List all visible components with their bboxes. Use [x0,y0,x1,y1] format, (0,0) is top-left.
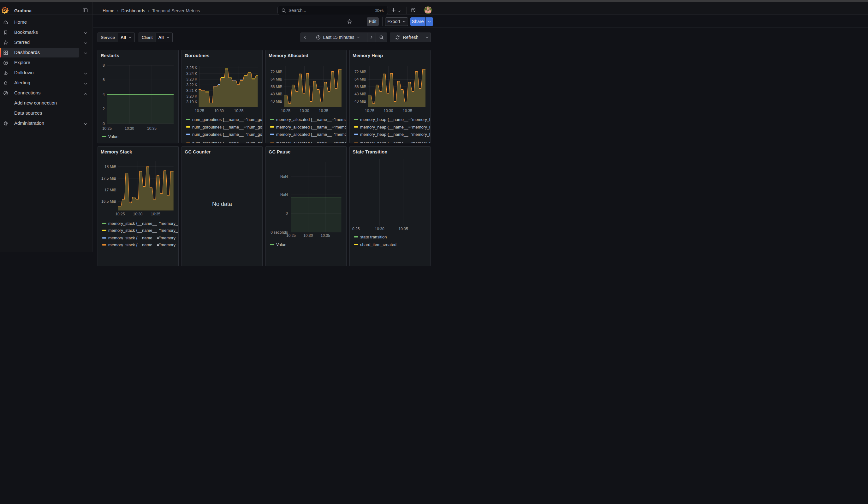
svg-text:72 MiB: 72 MiB [270,70,282,74]
svg-text:memory_stack {__name__="memory: memory_stack {__name__="memory_stack", i… [108,236,178,240]
svg-text:num_goroutines {__name__="num_: num_goroutines {__name__="num_goroutines… [192,141,262,143]
svg-text:3.22 K: 3.22 K [186,83,197,87]
svg-text:10:30: 10:30 [375,227,384,231]
svg-text:56 MiB: 56 MiB [354,85,366,89]
svg-text:num_goroutines {__name__="num_: num_goroutines {__name__="num_goroutines… [192,132,262,137]
svg-text:72 MiB: 72 MiB [354,70,366,74]
svg-text:memory_heap {__name__="memory_: memory_heap {__name__="memory_heap", ins… [360,117,430,122]
svg-text:8: 8 [103,63,105,68]
svg-text:memory_allocated {__name__="me: memory_allocated {__name__="memory_alloc… [276,141,346,143]
svg-text:Value: Value [108,134,118,139]
svg-text:memory_heap {__name__="memory_: memory_heap {__name__="memory_heap", ins… [360,132,430,137]
svg-text:3.19 K: 3.19 K [186,100,197,104]
svg-text:memory_heap {__name__="memory_: memory_heap {__name__="memory_heap", ins… [360,141,430,143]
svg-text:memory_allocated {__name__="me: memory_allocated {__name__="memory_alloc… [276,132,346,137]
svg-text:10:25: 10:25 [102,126,112,131]
svg-text:16.5 MiB: 16.5 MiB [101,199,116,204]
svg-text:10:30: 10:30 [133,212,142,216]
svg-text:6: 6 [103,78,105,82]
svg-text:memory_allocated {__name__="me: memory_allocated {__name__="memory_alloc… [276,125,346,130]
svg-text:memory_heap {__name__="memory_: memory_heap {__name__="memory_heap", ins… [360,125,430,130]
svg-text:48 MiB: 48 MiB [354,92,366,96]
svg-text:10:35: 10:35 [147,126,157,131]
svg-text:Value: Value [276,242,286,247]
svg-text:0 seconds: 0 seconds [270,230,288,234]
svg-text:NaN: NaN [280,174,288,179]
svg-text:10:35: 10:35 [321,233,330,238]
svg-text:10:35: 10:35 [399,227,408,231]
svg-text:10:25: 10:25 [286,233,296,238]
svg-text:2: 2 [103,107,105,111]
svg-text:4: 4 [103,92,105,96]
svg-text:0: 0 [103,122,105,126]
svg-text:memory_allocated {__name__="me: memory_allocated {__name__="memory_alloc… [276,117,346,122]
svg-text:10:25: 10:25 [195,109,204,113]
svg-text:48 MiB: 48 MiB [270,92,282,96]
svg-text:10:25: 10:25 [115,212,125,216]
svg-text:0: 0 [286,211,288,216]
svg-text:10:35: 10:35 [403,109,412,113]
svg-text:memory_stack {__name__="memory: memory_stack {__name__="memory_stack", i… [108,228,178,233]
svg-text:memory_stack {__name__="memory: memory_stack {__name__="memory_stack", i… [108,243,178,247]
svg-text:3.20 K: 3.20 K [186,94,197,99]
svg-text:3.25 K: 3.25 K [186,66,197,70]
svg-text:10:35: 10:35 [151,212,161,216]
svg-text:40 MiB: 40 MiB [354,99,366,104]
svg-text:3.21 K: 3.21 K [186,89,197,93]
svg-text:64 MiB: 64 MiB [354,77,366,81]
svg-text:3.23 K: 3.23 K [186,77,197,81]
svg-text:10:30: 10:30 [214,109,224,113]
svg-text:state transition: state transition [360,234,387,239]
svg-text:10:30: 10:30 [303,233,313,238]
svg-text:No data: No data [212,201,232,207]
svg-text:10:30: 10:30 [125,126,134,131]
svg-text:64 MiB: 64 MiB [270,77,282,81]
svg-text:shard_item_created: shard_item_created [360,242,396,247]
svg-text:17.5 MiB: 17.5 MiB [101,176,116,180]
svg-text:NaN: NaN [280,193,288,197]
svg-text:3.24 K: 3.24 K [186,71,197,76]
svg-text:10:25: 10:25 [281,109,290,113]
svg-text:17 MiB: 17 MiB [104,187,116,192]
svg-text:10:30: 10:30 [300,109,309,113]
svg-text:10:25: 10:25 [365,109,374,113]
svg-text:memory_stack {__name__="memory: memory_stack {__name__="memory_stack", i… [108,221,178,226]
svg-text:num_goroutines {__name__="num_: num_goroutines {__name__="num_goroutines… [192,125,262,130]
svg-text:18 MiB: 18 MiB [104,164,116,169]
svg-text:10:30: 10:30 [383,109,393,113]
svg-text:56 MiB: 56 MiB [270,85,282,89]
svg-text:num_goroutines {__name__="num_: num_goroutines {__name__="num_goroutines… [192,117,262,122]
svg-text:0:25: 0:25 [352,227,360,231]
svg-text:10:35: 10:35 [234,109,244,113]
svg-text:40 MiB: 40 MiB [270,99,282,104]
svg-text:10:35: 10:35 [319,109,328,113]
